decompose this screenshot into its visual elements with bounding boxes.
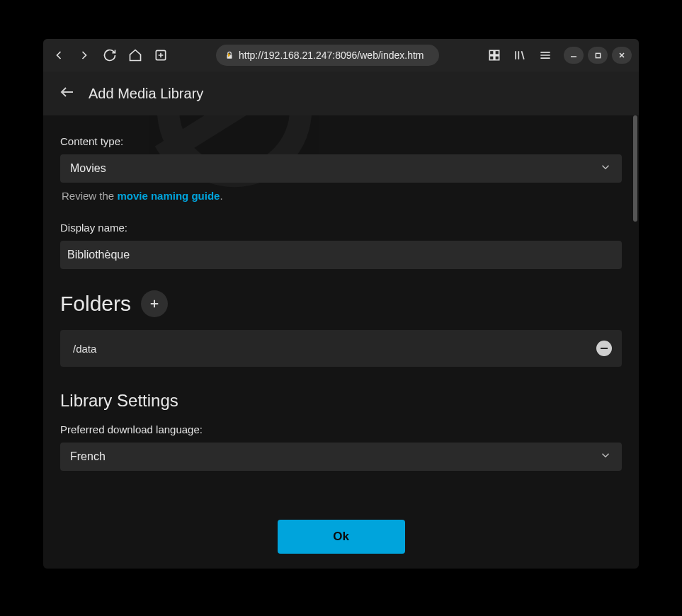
reload-icon[interactable] <box>101 47 118 64</box>
menu-icon[interactable] <box>537 47 554 64</box>
content-type-value: Movies <box>70 162 106 175</box>
language-label: Preferred download language: <box>60 423 622 435</box>
chevron-down-icon <box>599 161 612 176</box>
content-type-label: Content type: <box>60 135 622 147</box>
folders-title: Folders <box>60 292 131 316</box>
language-select[interactable]: French <box>60 443 622 471</box>
nav-back-icon[interactable] <box>50 47 67 64</box>
page-title: Add Media Library <box>89 86 203 102</box>
browser-toolbar: http://192.168.21.247:8096/web/index.htm <box>43 39 639 72</box>
svg-rect-17 <box>596 53 600 57</box>
minimize-button[interactable] <box>564 47 584 64</box>
content-type-select[interactable]: Movies <box>60 154 622 183</box>
folder-row[interactable]: /data <box>60 330 622 367</box>
footer: Ok <box>43 505 639 569</box>
content-area: Content type: Movies Review the movie na… <box>43 115 639 505</box>
remove-folder-button[interactable] <box>596 341 612 356</box>
display-name-input[interactable] <box>60 241 622 269</box>
chevron-down-icon <box>599 449 612 464</box>
page-header: Add Media Library <box>43 72 639 115</box>
ok-button[interactable]: Ok <box>278 520 405 554</box>
close-button[interactable] <box>612 47 632 64</box>
scrollbar-thumb[interactable] <box>633 115 637 222</box>
library-settings-title: Library Settings <box>60 391 622 411</box>
folder-path: /data <box>73 343 96 355</box>
language-value: French <box>70 450 106 463</box>
naming-guide-link[interactable]: movie naming guide <box>117 190 220 202</box>
add-folder-button[interactable] <box>141 290 168 317</box>
url-bar[interactable]: http://192.168.21.247:8096/web/index.htm <box>216 45 439 66</box>
app-window: http://192.168.21.247:8096/web/index.htm <box>43 39 639 569</box>
library-icon[interactable] <box>511 47 528 64</box>
dashboard-icon[interactable] <box>486 47 503 64</box>
svg-rect-8 <box>489 56 494 60</box>
svg-rect-6 <box>489 50 494 55</box>
security-warning-icon <box>225 50 234 60</box>
home-icon[interactable] <box>127 47 144 64</box>
new-tab-icon[interactable] <box>152 47 169 64</box>
svg-line-12 <box>522 51 524 59</box>
maximize-button[interactable] <box>588 47 608 64</box>
svg-rect-9 <box>495 56 499 60</box>
back-arrow-icon[interactable] <box>59 84 76 103</box>
content-type-hint: Review the movie naming guide. <box>62 190 622 202</box>
display-name-label: Display name: <box>60 222 622 234</box>
nav-forward-icon[interactable] <box>76 47 93 64</box>
svg-rect-7 <box>495 50 499 55</box>
url-text: http://192.168.21.247:8096/web/index.htm <box>239 50 424 61</box>
